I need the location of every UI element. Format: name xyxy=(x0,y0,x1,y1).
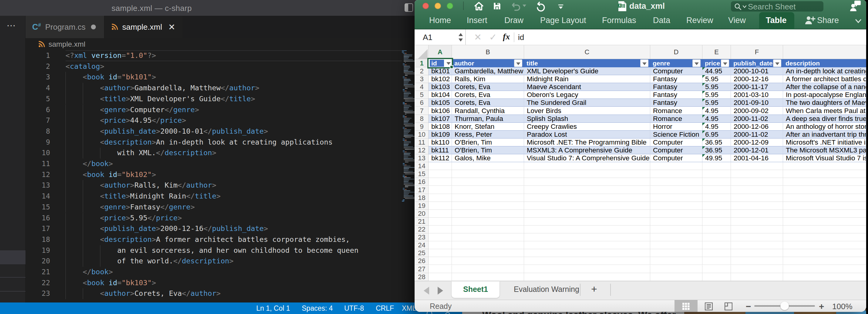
cell-empty[interactable] xyxy=(650,241,703,249)
code-line[interactable]: 4 <author>Gambardella, Matthew</author> xyxy=(26,83,464,94)
cell-r2c6[interactable]: 2000-10-01 xyxy=(731,67,783,75)
cell-r11c5[interactable]: 36.95 xyxy=(703,138,731,147)
cell-empty[interactable] xyxy=(524,225,650,233)
filter-dropdown-button[interactable] xyxy=(721,59,729,67)
name-box-stepper[interactable] xyxy=(458,32,463,42)
code-line[interactable]: 10 with XML.</description> xyxy=(26,148,464,158)
cell-r10c3[interactable]: Paradox Lost xyxy=(524,131,650,138)
code-line[interactable]: 8 <publish_date>2000-10-01</publish_date… xyxy=(26,126,464,137)
fill-handle[interactable] xyxy=(450,65,454,69)
code-line[interactable]: 11 </book> xyxy=(26,158,464,169)
cell-empty[interactable] xyxy=(731,162,783,170)
sidebar-selected-item[interactable] xyxy=(0,250,26,264)
row-header-12[interactable]: 12 xyxy=(415,147,429,154)
cell-empty[interactable] xyxy=(650,186,703,194)
cell-r13c1[interactable]: bk112 xyxy=(429,154,452,162)
cell-empty[interactable] xyxy=(731,194,783,202)
row-header-16[interactable]: 16 xyxy=(415,178,429,186)
cell-r2c5[interactable]: 44.95 xyxy=(703,67,731,75)
cell-r11c6[interactable]: 2000-12-09 xyxy=(731,138,783,147)
cell-r4c6[interactable]: 2000-11-17 xyxy=(731,83,783,91)
cell-r9c3[interactable]: Creepy Crawlies xyxy=(524,123,650,131)
zoom-traffic-light[interactable] xyxy=(447,3,453,9)
filter-dropdown-button[interactable] xyxy=(640,59,648,67)
select-all-corner[interactable] xyxy=(415,45,429,59)
cell-r4c1[interactable]: bk103 xyxy=(429,83,452,91)
cell-r13c4[interactable]: Computer xyxy=(650,154,703,162)
cell-empty[interactable] xyxy=(703,241,731,249)
ribbon-tab-table[interactable]: Table xyxy=(766,16,787,25)
cell-empty[interactable] xyxy=(650,162,703,170)
undo-icon[interactable] xyxy=(511,1,521,11)
cell-empty[interactable] xyxy=(783,178,866,186)
cell-r12c2[interactable]: O'Brien, Tim xyxy=(452,147,524,154)
search-sheet-box[interactable]: Search Sheet xyxy=(731,1,824,11)
cell-empty[interactable] xyxy=(524,194,650,202)
row-header-25[interactable]: 25 xyxy=(415,249,429,257)
next-sheet-arrow-icon[interactable] xyxy=(438,287,443,294)
cell-empty[interactable] xyxy=(783,257,866,265)
cell-r3c3[interactable]: Midnight Rain xyxy=(524,75,650,83)
cell-empty[interactable] xyxy=(703,194,731,202)
cell-r3c4[interactable]: Fantasy xyxy=(650,75,703,83)
cell-r6c7[interactable]: The two daughters of Maeve, half-sisters… xyxy=(783,99,866,107)
row-header-8[interactable]: 8 xyxy=(415,115,429,123)
cell-r8c6[interactable]: 2000-11-02 xyxy=(731,115,783,123)
redo-icon[interactable] xyxy=(535,1,546,11)
cell-r7c5[interactable]: 4.95 xyxy=(703,107,731,115)
row-header-5[interactable]: 5 xyxy=(415,91,429,99)
cell-empty[interactable] xyxy=(731,249,783,257)
cell-r3c2[interactable]: Ralls, Kim xyxy=(452,75,524,83)
status-cursor-position[interactable]: Ln 1, Col 1 xyxy=(256,304,290,313)
cell-empty[interactable] xyxy=(731,202,783,210)
minimize-traffic-light[interactable] xyxy=(435,3,441,9)
code-line[interactable]: 12 <book id="bk102"> xyxy=(26,169,464,180)
cell-empty[interactable] xyxy=(429,170,452,178)
prev-sheet-arrow-icon[interactable] xyxy=(424,287,429,294)
row-header-14[interactable]: 14 xyxy=(415,162,429,170)
cell-empty[interactable] xyxy=(731,225,783,233)
tab-sample-xml[interactable]: sample.xml ✕ xyxy=(105,16,182,38)
cell-r7c4[interactable]: Romance xyxy=(650,107,703,115)
filter-dropdown-button[interactable] xyxy=(514,59,522,67)
code-line[interactable]: 3 <book id="bk101"> xyxy=(26,72,464,83)
cell-empty[interactable] xyxy=(650,202,703,210)
cell-empty[interactable] xyxy=(703,202,731,210)
cell-r8c3[interactable]: Splish Splash xyxy=(524,115,650,123)
cell-empty[interactable] xyxy=(650,257,703,265)
cell-empty[interactable] xyxy=(429,218,452,225)
cell-r4c3[interactable]: Maeve Ascendant xyxy=(524,83,650,91)
layout-toggle-icon[interactable] xyxy=(405,3,413,12)
cell-empty[interactable] xyxy=(731,241,783,249)
cell-r13c5[interactable]: 49.95 xyxy=(703,154,731,162)
add-sheet-button[interactable]: + xyxy=(591,283,597,295)
status-encoding[interactable]: UTF-8 xyxy=(344,304,364,313)
code-line[interactable]: 17 <publish_date>2000-12-16</publish_dat… xyxy=(26,223,464,234)
filter-dropdown-button[interactable] xyxy=(692,59,701,67)
cell-empty[interactable] xyxy=(452,218,524,225)
close-tab-icon[interactable]: ✕ xyxy=(168,22,175,32)
cell-empty[interactable] xyxy=(783,241,866,249)
tab-program-cs[interactable]: C# Program.cs xyxy=(26,16,104,38)
vscode-titlebar[interactable]: sample.xml — c-sharp xyxy=(0,0,462,16)
cell-empty[interactable] xyxy=(783,210,866,218)
cell-r13c7[interactable]: Microsoft Visual Studio 7 is explained i… xyxy=(783,154,866,162)
cell-r4c7[interactable]: After the collapse of a nanotechnology s… xyxy=(783,83,866,91)
cell-empty[interactable] xyxy=(429,273,452,281)
cell-empty[interactable] xyxy=(650,273,703,281)
cell-empty[interactable] xyxy=(783,225,866,233)
row-header-11[interactable]: 11 xyxy=(415,138,429,147)
cancel-icon[interactable]: ✕ xyxy=(474,32,482,42)
code-line[interactable]: 14 <title>Midnight Rain</title> xyxy=(26,191,464,202)
cell-r7c3[interactable]: Lover Birds xyxy=(524,107,650,115)
cell-empty[interactable] xyxy=(783,202,866,210)
cell-empty[interactable] xyxy=(452,210,524,218)
cell-empty[interactable] xyxy=(783,233,866,241)
cell-empty[interactable] xyxy=(650,249,703,257)
row-header-22[interactable]: 22 xyxy=(415,225,429,233)
cell-r9c2[interactable]: Knorr, Stefan xyxy=(452,123,524,131)
row-header-3[interactable]: 3 xyxy=(415,75,429,83)
cell-empty[interactable] xyxy=(452,265,524,273)
cell-r9c4[interactable]: Horror xyxy=(650,123,703,131)
cell-r8c4[interactable]: Romance xyxy=(650,115,703,123)
